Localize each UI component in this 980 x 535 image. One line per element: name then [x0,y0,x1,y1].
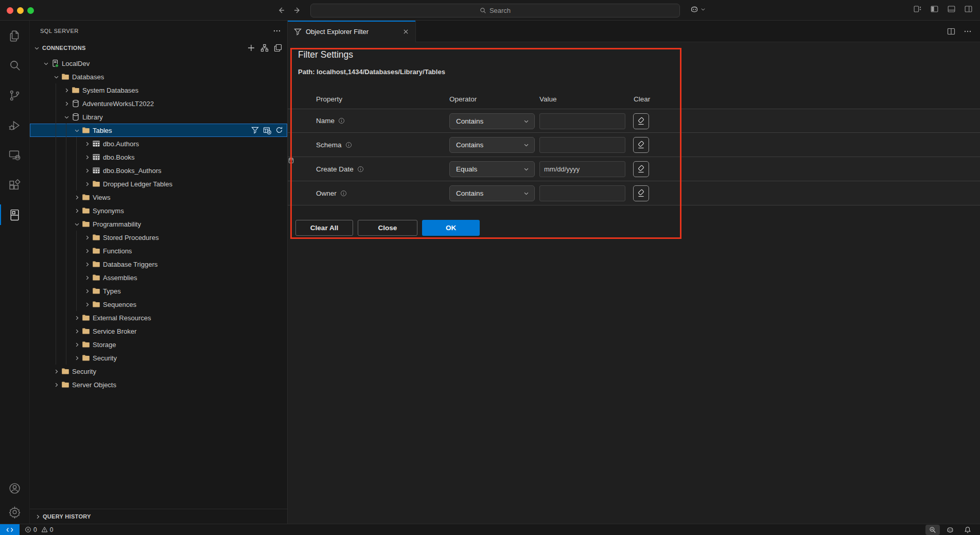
value-input[interactable] [539,137,625,153]
chevron-right-icon[interactable] [62,88,71,93]
clear-row-button[interactable] [633,185,649,201]
add-connection-icon[interactable] [247,44,255,52]
tree-item-localdev[interactable]: LocalDev [30,57,287,70]
chevron-down-icon[interactable] [62,114,71,120]
connections-section-header[interactable]: CONNECTIONS [30,41,287,55]
chevron-right-icon[interactable] [51,382,61,388]
chevron-right-icon[interactable] [82,154,92,160]
chevron-right-icon[interactable] [82,235,92,240]
navigate-forward-button[interactable] [292,5,303,16]
operator-select[interactable]: Contains [449,113,535,129]
activity-bar-item-settings[interactable] [0,500,29,524]
tree-item-assemblies[interactable]: Assemblies [30,271,287,284]
chevron-right-icon[interactable] [82,288,92,294]
operator-select[interactable]: Contains [449,137,535,153]
activity-bar-item-remote-explorer[interactable] [0,140,29,170]
tree-item-storage[interactable]: Storage [30,338,287,351]
command-center-search[interactable]: Search [310,4,680,18]
tree-item-server-objects[interactable]: Server Objects [30,378,287,391]
activity-bar-item-source-control[interactable] [0,80,29,110]
tree-item-views[interactable]: Views [30,191,287,204]
chevron-right-icon[interactable] [82,302,92,307]
chevron-right-icon[interactable] [72,315,81,321]
operator-select[interactable]: Equals [449,161,535,177]
minimize-window-button[interactable] [17,7,24,14]
clear-row-button[interactable] [633,161,649,177]
split-editor-icon[interactable] [947,27,955,36]
close-tab-icon[interactable] [402,28,409,35]
query-history-section-header[interactable]: QUERY HISTORY [30,509,287,524]
activity-bar-item-run-debug[interactable] [0,110,29,140]
new-connection-group-icon[interactable] [274,44,282,52]
close-window-button[interactable] [7,7,13,14]
tree-item-stored-procedures[interactable]: Stored Procedures [30,231,287,244]
chevron-down-icon[interactable] [51,74,61,80]
more-actions-icon[interactable] [273,27,281,35]
tree-item-dbo-books-authors[interactable]: dbo.Books_Authors [30,164,287,177]
tree-item-synonyms[interactable]: Synonyms [30,204,287,217]
value-date-input[interactable] [539,161,625,177]
customize-layout-icon[interactable] [913,5,922,13]
clear-row-button[interactable] [633,113,649,129]
tree-item-external-resources[interactable]: External Resources [30,311,287,324]
value-input[interactable] [539,113,625,129]
remote-indicator-button[interactable] [0,524,20,535]
table-new-icon[interactable] [263,126,271,134]
tree-item-tables[interactable]: Tables [30,124,287,137]
copilot-menu[interactable] [690,5,706,14]
operator-select[interactable]: Contains [449,185,535,201]
chevron-right-icon[interactable] [82,181,92,187]
notifications-bell-icon[interactable] [960,525,975,535]
activity-bar-item-search[interactable] [0,50,29,80]
tree-item-library[interactable]: Library [30,110,287,124]
chevron-down-icon[interactable] [72,128,81,133]
activity-bar-item-explorer[interactable] [0,21,29,50]
chevron-right-icon[interactable] [62,101,71,107]
tree-item-security[interactable]: Security [30,365,287,378]
chevron-right-icon[interactable] [72,355,81,361]
chevron-right-icon[interactable] [51,369,61,374]
tree-item-types[interactable]: Types [30,284,287,298]
chevron-right-icon[interactable] [82,168,92,174]
close-button[interactable]: Close [358,220,417,236]
activity-bar-item-account[interactable] [0,476,29,500]
tree-item-sequences[interactable]: Sequences [30,298,287,311]
tree-item-databases[interactable]: Databases [30,70,287,83]
zoom-status-icon[interactable] [925,525,940,535]
problems-status[interactable]: 0 0 [25,526,53,533]
more-actions-icon[interactable] [964,27,972,36]
filter-icon[interactable] [251,126,259,134]
clear-all-button[interactable]: Clear All [295,220,353,236]
connect-tree-icon[interactable] [260,44,269,52]
navigate-back-button[interactable] [275,5,287,16]
tree-item-system-databases[interactable]: System Databases [30,83,287,97]
toggle-primary-sidebar-icon[interactable] [930,5,939,13]
chevron-right-icon[interactable] [72,208,81,214]
chevron-right-icon[interactable] [82,248,92,254]
tree-item-functions[interactable]: Functions [30,244,287,257]
copilot-status-icon[interactable] [943,525,957,535]
toggle-panel-icon[interactable] [947,5,956,13]
chevron-right-icon[interactable] [82,262,92,267]
activity-bar-item-extensions[interactable] [0,170,29,200]
chevron-down-icon[interactable] [41,61,50,66]
zoom-window-button[interactable] [27,7,34,14]
chevron-right-icon[interactable] [82,141,92,147]
chevron-right-icon[interactable] [72,329,81,334]
value-input[interactable] [539,185,625,201]
tree-item-security[interactable]: Security [30,351,287,365]
activity-bar-item-sql-server[interactable] [0,200,29,230]
tree-item-dbo-authors[interactable]: dbo.Authors [30,137,287,150]
clear-row-button[interactable] [633,137,649,153]
tree-item-service-broker[interactable]: Service Broker [30,324,287,338]
chevron-right-icon[interactable] [82,275,92,281]
chevron-right-icon[interactable] [72,342,81,348]
tree-item-dropped-ledger-tables[interactable]: Dropped Ledger Tables [30,177,287,191]
chevron-right-icon[interactable] [72,195,81,200]
chevron-down-icon[interactable] [72,221,81,227]
tab-object-explorer-filter[interactable]: Object Explorer Filter [288,21,416,42]
toggle-secondary-sidebar-icon[interactable] [964,5,973,13]
ok-button[interactable]: OK [422,220,480,236]
tree-item-database-triggers[interactable]: Database Triggers [30,257,287,271]
tree-item-programmability[interactable]: Programmability [30,217,287,231]
